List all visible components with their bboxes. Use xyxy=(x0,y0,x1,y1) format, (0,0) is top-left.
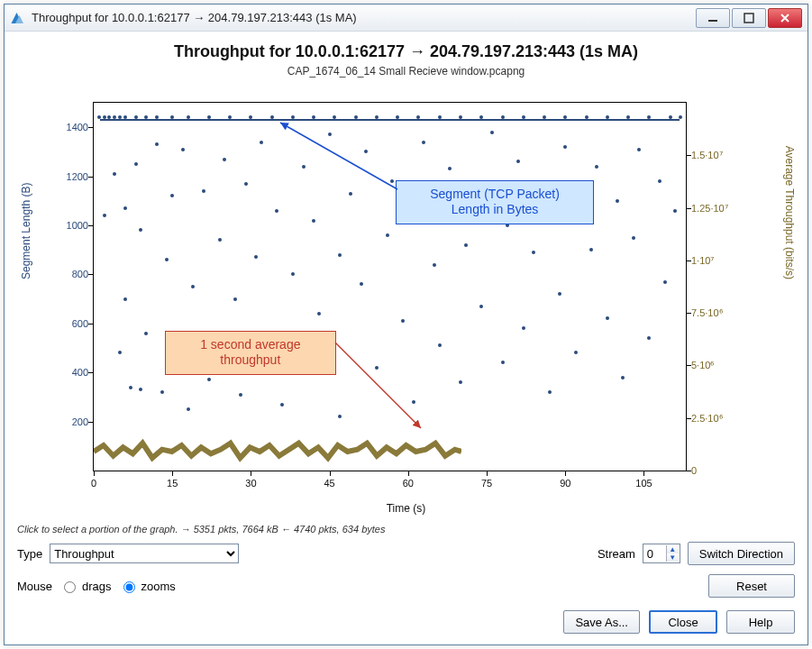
svg-rect-1 xyxy=(744,14,753,23)
y2-tick: 1.5·10⁷ xyxy=(691,150,742,161)
stream-up-icon[interactable]: ▲ xyxy=(666,545,679,553)
x-tick: 45 xyxy=(324,478,335,489)
switch-direction-button[interactable]: Switch Direction xyxy=(688,542,795,565)
y1-tick: 200 xyxy=(52,416,88,427)
mouse-drags-label: drags xyxy=(82,580,112,593)
annotation-segment: Segment (TCP Packet) Length in Bytes xyxy=(396,180,594,224)
mouse-drags-radio[interactable] xyxy=(64,581,76,593)
type-select[interactable]: Throughput xyxy=(50,544,239,563)
chart[interactable]: Throughput for 10.0.0.1:62177 → 204.79.1… xyxy=(17,41,795,518)
hint-text: Click to select a portion of the graph. … xyxy=(17,524,795,535)
y1-tick: 1000 xyxy=(52,220,88,231)
stream-value: 0 xyxy=(647,547,653,561)
y2-tick: 1.25·10⁷ xyxy=(691,203,742,215)
chart-subtitle: CAP_1674_06_14 Small Recieve window.pcap… xyxy=(17,65,795,78)
y2-tick: 2.5·10⁶ xyxy=(691,413,742,425)
close-window-button[interactable] xyxy=(768,8,802,28)
svg-rect-0 xyxy=(708,20,717,22)
stream-spinner[interactable]: 0 ▲ ▼ xyxy=(643,544,680,563)
type-label: Type xyxy=(17,547,42,561)
x-tick: 75 xyxy=(481,478,492,489)
help-button[interactable]: Help xyxy=(726,610,795,634)
chart-title: Throughput for 10.0.0.1:62177 → 204.79.1… xyxy=(17,42,795,61)
titlebar[interactable]: Throughput for 10.0.0.1:62177 → 204.79.1… xyxy=(5,5,807,32)
y2-tick: 1·10⁷ xyxy=(691,255,742,267)
x-tick: 60 xyxy=(403,478,414,489)
x-tick: 0 xyxy=(91,478,96,489)
dialog-buttons: Save As... Close Help xyxy=(17,607,795,634)
mouse-label: Mouse xyxy=(17,580,52,593)
content-area: Throughput for 10.0.0.1:62177 → 204.79.1… xyxy=(5,32,807,644)
x-axis-label: Time (s) xyxy=(387,502,426,515)
y1-axis-label: Segment Length (B) xyxy=(20,183,32,279)
y1-tick: 400 xyxy=(52,367,88,378)
window-title: Throughput for 10.0.0.1:62177 → 204.79.1… xyxy=(32,11,690,24)
y1-tick: 1400 xyxy=(52,122,88,133)
controls-row-1: Type Throughput Stream 0 ▲ ▼ Switch Dire… xyxy=(17,542,795,565)
app-window: Throughput for 10.0.0.1:62177 → 204.79.1… xyxy=(4,4,808,645)
x-tick: 105 xyxy=(635,478,652,489)
reset-button[interactable]: Reset xyxy=(708,574,795,598)
close-button[interactable]: Close xyxy=(649,610,717,634)
minimize-button[interactable] xyxy=(696,8,730,28)
y2-tick: 7.5·10⁶ xyxy=(691,307,742,319)
y2-tick: 0 xyxy=(691,465,742,476)
x-tick: 15 xyxy=(167,478,178,489)
x-tick: 90 xyxy=(560,478,570,489)
plot-area[interactable]: 0153045607590105200400600800100012001400… xyxy=(93,102,687,471)
maximize-button[interactable] xyxy=(732,8,766,28)
window-buttons xyxy=(696,8,802,28)
x-tick: 30 xyxy=(245,478,256,489)
y2-tick: 5·10⁶ xyxy=(691,360,742,371)
stream-down-icon[interactable]: ▼ xyxy=(666,553,679,562)
y1-tick: 600 xyxy=(52,318,88,329)
mouse-zooms-label: zooms xyxy=(141,580,176,593)
wireshark-icon xyxy=(10,10,26,26)
annotation-throughput: 1 second average throughput xyxy=(165,331,336,375)
y2-axis-label: Average Throughput (bits/s) xyxy=(783,146,796,279)
stream-label: Stream xyxy=(598,547,635,561)
y1-tick: 1200 xyxy=(52,171,88,182)
scatter-points xyxy=(94,103,686,471)
save-as-button[interactable]: Save As... xyxy=(563,610,640,634)
y1-tick: 800 xyxy=(52,269,88,279)
controls-row-2: Mouse drags zooms Reset xyxy=(17,574,795,598)
mouse-zooms-radio[interactable] xyxy=(123,581,135,593)
